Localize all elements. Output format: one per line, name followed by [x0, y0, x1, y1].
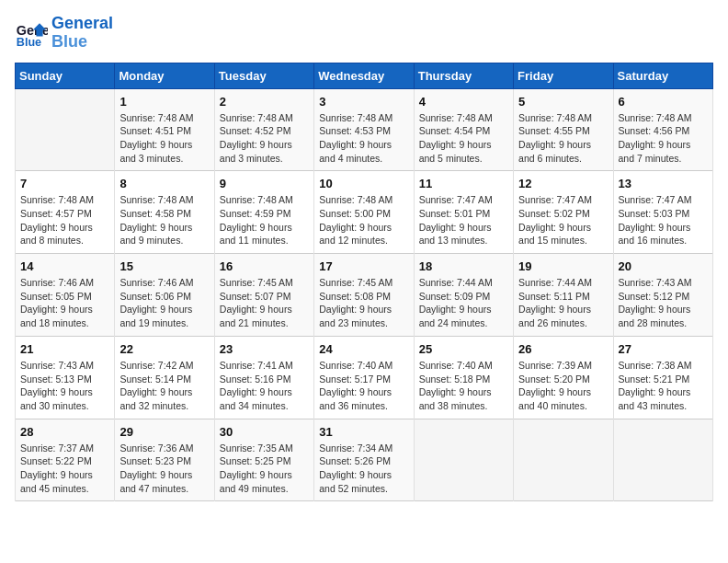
day-number: 22 — [119, 342, 209, 356]
day-info: Sunrise: 7:40 AM Sunset: 5:18 PM Dayligh… — [419, 359, 508, 413]
calendar-cell: 11 Sunrise: 7:47 AM Sunset: 5:01 PM Dayl… — [414, 171, 513, 254]
day-info: Sunrise: 7:48 AM Sunset: 4:55 PM Dayligh… — [518, 111, 608, 166]
calendar-cell: 18 Sunrise: 7:44 AM Sunset: 5:09 PM Dayl… — [414, 254, 513, 337]
day-info: Sunrise: 7:46 AM Sunset: 5:06 PM Dayligh… — [119, 276, 209, 330]
calendar-cell: 19 Sunrise: 7:44 AM Sunset: 5:11 PM Dayl… — [514, 254, 613, 337]
day-number: 26 — [518, 342, 608, 356]
calendar-cell: 27 Sunrise: 7:38 AM Sunset: 5:21 PM Dayl… — [613, 336, 712, 419]
calendar-cell: 17 Sunrise: 7:45 AM Sunset: 5:08 PM Dayl… — [314, 254, 414, 337]
calendar-cell: 13 Sunrise: 7:47 AM Sunset: 5:03 PM Dayl… — [613, 171, 712, 254]
calendar-cell: 4 Sunrise: 7:48 AM Sunset: 4:54 PM Dayli… — [414, 88, 513, 171]
day-info: Sunrise: 7:38 AM Sunset: 5:21 PM Dayligh… — [619, 359, 708, 413]
day-number: 24 — [319, 342, 408, 356]
logo: General Blue GeneralBlue — [15, 15, 113, 52]
logo-text: GeneralBlue — [51, 15, 113, 52]
day-number: 13 — [619, 177, 708, 190]
weekday-header-tuesday: Tuesday — [214, 63, 313, 88]
day-info: Sunrise: 7:48 AM Sunset: 5:00 PM Dayligh… — [319, 193, 408, 247]
day-info: Sunrise: 7:43 AM Sunset: 5:12 PM Dayligh… — [619, 276, 708, 330]
calendar-cell: 26 Sunrise: 7:39 AM Sunset: 5:20 PM Dayl… — [514, 336, 613, 419]
weekday-header-monday: Monday — [115, 63, 214, 88]
day-number: 15 — [119, 259, 209, 273]
calendar-cell: 21 Sunrise: 7:43 AM Sunset: 5:13 PM Dayl… — [16, 336, 115, 419]
day-info: Sunrise: 7:48 AM Sunset: 4:57 PM Dayligh… — [20, 193, 109, 247]
calendar-header: SundayMondayTuesdayWednesdayThursdayFrid… — [16, 63, 713, 88]
day-info: Sunrise: 7:41 AM Sunset: 5:16 PM Dayligh… — [220, 359, 309, 413]
weekday-header-saturday: Saturday — [613, 63, 712, 88]
day-number: 21 — [20, 342, 109, 356]
day-info: Sunrise: 7:48 AM Sunset: 4:51 PM Dayligh… — [119, 111, 209, 166]
day-number: 18 — [419, 259, 508, 273]
day-number: 29 — [119, 425, 209, 439]
day-info: Sunrise: 7:48 AM Sunset: 4:54 PM Dayligh… — [419, 111, 508, 166]
calendar-week-1: 1 Sunrise: 7:48 AM Sunset: 4:51 PM Dayli… — [16, 88, 713, 171]
day-info: Sunrise: 7:48 AM Sunset: 4:56 PM Dayligh… — [619, 111, 708, 166]
day-info: Sunrise: 7:43 AM Sunset: 5:13 PM Dayligh… — [20, 359, 109, 413]
day-info: Sunrise: 7:48 AM Sunset: 4:59 PM Dayligh… — [220, 193, 309, 247]
day-info: Sunrise: 7:45 AM Sunset: 5:08 PM Dayligh… — [319, 276, 408, 330]
day-number: 2 — [220, 95, 309, 109]
calendar-cell: 28 Sunrise: 7:37 AM Sunset: 5:22 PM Dayl… — [16, 419, 115, 501]
day-number: 8 — [119, 177, 209, 190]
day-number: 25 — [419, 342, 508, 356]
calendar-cell: 14 Sunrise: 7:46 AM Sunset: 5:05 PM Dayl… — [16, 254, 115, 337]
calendar-cell: 16 Sunrise: 7:45 AM Sunset: 5:07 PM Dayl… — [214, 254, 313, 337]
calendar-cell: 23 Sunrise: 7:41 AM Sunset: 5:16 PM Dayl… — [214, 336, 313, 419]
calendar-cell: 5 Sunrise: 7:48 AM Sunset: 4:55 PM Dayli… — [514, 88, 613, 171]
calendar-cell — [16, 88, 115, 171]
day-info: Sunrise: 7:48 AM Sunset: 4:53 PM Dayligh… — [319, 111, 408, 166]
calendar-table: SundayMondayTuesdayWednesdayThursdayFrid… — [15, 63, 713, 502]
weekday-header-thursday: Thursday — [414, 63, 513, 88]
day-number: 3 — [319, 95, 408, 109]
day-number: 28 — [20, 425, 109, 439]
day-info: Sunrise: 7:47 AM Sunset: 5:01 PM Dayligh… — [419, 193, 508, 247]
day-number: 12 — [518, 177, 608, 190]
calendar-cell — [613, 419, 712, 501]
day-info: Sunrise: 7:44 AM Sunset: 5:11 PM Dayligh… — [518, 276, 608, 330]
day-info: Sunrise: 7:48 AM Sunset: 4:58 PM Dayligh… — [119, 193, 209, 247]
calendar-cell: 2 Sunrise: 7:48 AM Sunset: 4:52 PM Dayli… — [214, 88, 313, 171]
day-number: 16 — [220, 259, 309, 273]
calendar-week-2: 7 Sunrise: 7:48 AM Sunset: 4:57 PM Dayli… — [16, 171, 713, 254]
day-number: 5 — [518, 95, 608, 109]
day-number: 14 — [20, 259, 109, 273]
calendar-cell: 6 Sunrise: 7:48 AM Sunset: 4:56 PM Dayli… — [613, 88, 712, 171]
day-info: Sunrise: 7:42 AM Sunset: 5:14 PM Dayligh… — [119, 359, 209, 413]
day-number: 30 — [220, 425, 309, 439]
logo-icon: General Blue — [15, 17, 48, 50]
day-info: Sunrise: 7:47 AM Sunset: 5:02 PM Dayligh… — [518, 193, 608, 247]
svg-text:Blue: Blue — [17, 36, 41, 49]
day-number: 9 — [220, 177, 309, 190]
calendar-cell: 22 Sunrise: 7:42 AM Sunset: 5:14 PM Dayl… — [115, 336, 214, 419]
calendar-cell: 12 Sunrise: 7:47 AM Sunset: 5:02 PM Dayl… — [514, 171, 613, 254]
calendar-week-5: 28 Sunrise: 7:37 AM Sunset: 5:22 PM Dayl… — [16, 419, 713, 501]
day-number: 4 — [419, 95, 508, 109]
day-info: Sunrise: 7:45 AM Sunset: 5:07 PM Dayligh… — [220, 276, 309, 330]
day-number: 23 — [220, 342, 309, 356]
calendar-week-4: 21 Sunrise: 7:43 AM Sunset: 5:13 PM Dayl… — [16, 336, 713, 419]
day-number: 11 — [419, 177, 508, 190]
weekday-header-sunday: Sunday — [16, 63, 115, 88]
day-info: Sunrise: 7:39 AM Sunset: 5:20 PM Dayligh… — [518, 359, 608, 413]
calendar-cell — [414, 419, 513, 501]
day-info: Sunrise: 7:46 AM Sunset: 5:05 PM Dayligh… — [20, 276, 109, 330]
calendar-body: 1 Sunrise: 7:48 AM Sunset: 4:51 PM Dayli… — [16, 88, 713, 501]
day-info: Sunrise: 7:48 AM Sunset: 4:52 PM Dayligh… — [220, 111, 309, 166]
day-number: 20 — [619, 259, 708, 273]
day-info: Sunrise: 7:44 AM Sunset: 5:09 PM Dayligh… — [419, 276, 508, 330]
day-number: 17 — [319, 259, 408, 273]
day-number: 10 — [319, 177, 408, 190]
calendar-cell: 30 Sunrise: 7:35 AM Sunset: 5:25 PM Dayl… — [214, 419, 313, 501]
day-info: Sunrise: 7:47 AM Sunset: 5:03 PM Dayligh… — [619, 193, 708, 247]
calendar-cell: 3 Sunrise: 7:48 AM Sunset: 4:53 PM Dayli… — [314, 88, 414, 171]
day-number: 1 — [119, 95, 209, 109]
day-info: Sunrise: 7:40 AM Sunset: 5:17 PM Dayligh… — [319, 359, 408, 413]
svg-text:General: General — [17, 23, 48, 38]
day-number: 7 — [20, 177, 109, 190]
calendar-cell: 8 Sunrise: 7:48 AM Sunset: 4:58 PM Dayli… — [115, 171, 214, 254]
calendar-cell: 31 Sunrise: 7:34 AM Sunset: 5:26 PM Dayl… — [314, 419, 414, 501]
weekday-row: SundayMondayTuesdayWednesdayThursdayFrid… — [16, 63, 713, 88]
day-info: Sunrise: 7:37 AM Sunset: 5:22 PM Dayligh… — [20, 442, 109, 496]
calendar-week-3: 14 Sunrise: 7:46 AM Sunset: 5:05 PM Dayl… — [16, 254, 713, 337]
weekday-header-wednesday: Wednesday — [314, 63, 414, 88]
